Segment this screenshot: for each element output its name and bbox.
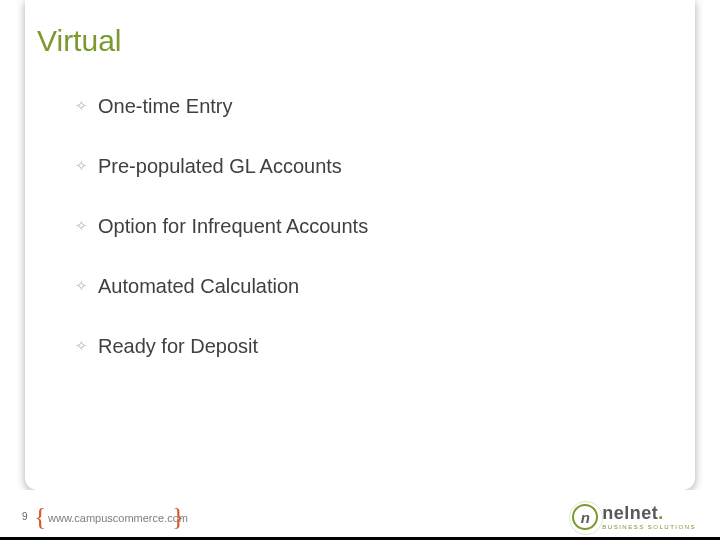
slide-footer: 9 { www.campuscommerce.com } n nelnet. B… — [0, 490, 720, 540]
slide-title: Virtual — [37, 24, 685, 58]
list-item: ✧ One-time Entry — [75, 94, 685, 118]
diamond-icon: ✧ — [75, 334, 88, 358]
bullet-text: One-time Entry — [98, 94, 232, 118]
logo-dot: . — [658, 503, 664, 523]
brace-icon: { — [34, 502, 46, 532]
bullet-text: Ready for Deposit — [98, 334, 258, 358]
list-item: ✧ Ready for Deposit — [75, 334, 685, 358]
bullet-text: Pre-populated GL Accounts — [98, 154, 342, 178]
bullet-text: Automated Calculation — [98, 274, 299, 298]
bullet-text: Option for Infrequent Accounts — [98, 214, 368, 238]
list-item: ✧ Option for Infrequent Accounts — [75, 214, 685, 238]
brand-logo: n nelnet. BUSINESS SOLUTIONS — [572, 504, 696, 530]
page-number: 9 — [22, 511, 28, 522]
logo-name: nelnet. — [602, 504, 696, 522]
slide: Virtual ✧ One-time Entry ✧ Pre-populated… — [0, 0, 720, 540]
diamond-icon: ✧ — [75, 154, 88, 178]
bullet-list: ✧ One-time Entry ✧ Pre-populated GL Acco… — [75, 94, 685, 358]
diamond-icon: ✧ — [75, 94, 88, 118]
logo-name-text: nelnet — [602, 503, 658, 523]
logo-subtitle: BUSINESS SOLUTIONS — [602, 524, 696, 530]
logo-mark-icon: n — [572, 504, 598, 530]
logo-n-glyph: n — [581, 509, 590, 526]
brace-icon: } — [172, 502, 184, 532]
logo-text: nelnet. BUSINESS SOLUTIONS — [602, 504, 696, 530]
slide-content: Virtual ✧ One-time Entry ✧ Pre-populated… — [25, 0, 695, 490]
list-item: ✧ Automated Calculation — [75, 274, 685, 298]
diamond-icon: ✧ — [75, 274, 88, 298]
footer-url: www.campuscommerce.com — [48, 512, 188, 524]
list-item: ✧ Pre-populated GL Accounts — [75, 154, 685, 178]
diamond-icon: ✧ — [75, 214, 88, 238]
